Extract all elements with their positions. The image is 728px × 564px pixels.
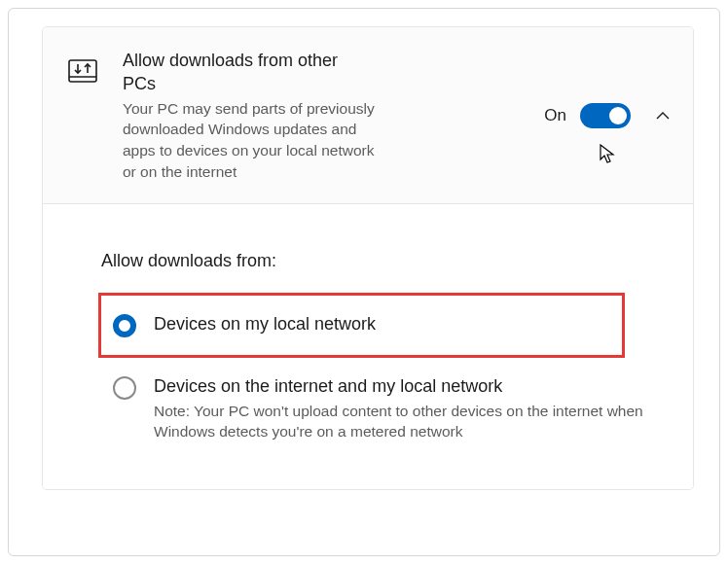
card-body: Allow downloads from: Devices on my loca… [43,204,693,489]
radio-label: Devices on my local network [154,313,608,335]
download-icon [66,54,99,88]
header-title: Allow downloads from other PCs [123,49,376,96]
header-text: Allow downloads from other PCs Your PC m… [123,49,376,182]
radio-note: Note: Your PC won't upload content to ot… [154,401,650,442]
header-description: Your PC may send parts of previously dow… [123,98,376,183]
card-header[interactable]: Allow downloads from other PCs Your PC m… [43,27,693,204]
radio-text: Devices on my local network [154,313,608,335]
allow-downloads-toggle[interactable] [580,103,631,128]
delivery-optimization-card: Allow downloads from other PCs Your PC m… [42,26,694,490]
header-controls: On [544,103,672,128]
toggle-knob [609,107,627,124]
svg-rect-0 [69,60,96,82]
section-title: Allow downloads from: [101,251,664,271]
chevron-up-icon[interactable] [654,107,672,124]
radio-text: Devices on the internet and my local net… [154,375,650,442]
toggle-state-label: On [544,106,566,125]
settings-panel: Allow downloads from other PCs Your PC m… [8,8,720,556]
radio-selected-icon [113,314,136,337]
radio-unselected-icon [113,376,136,400]
radio-option-internet-and-local[interactable]: Devices on the internet and my local net… [101,358,664,460]
radio-option-local-network[interactable]: Devices on my local network [98,293,625,358]
radio-label: Devices on the internet and my local net… [154,375,650,398]
